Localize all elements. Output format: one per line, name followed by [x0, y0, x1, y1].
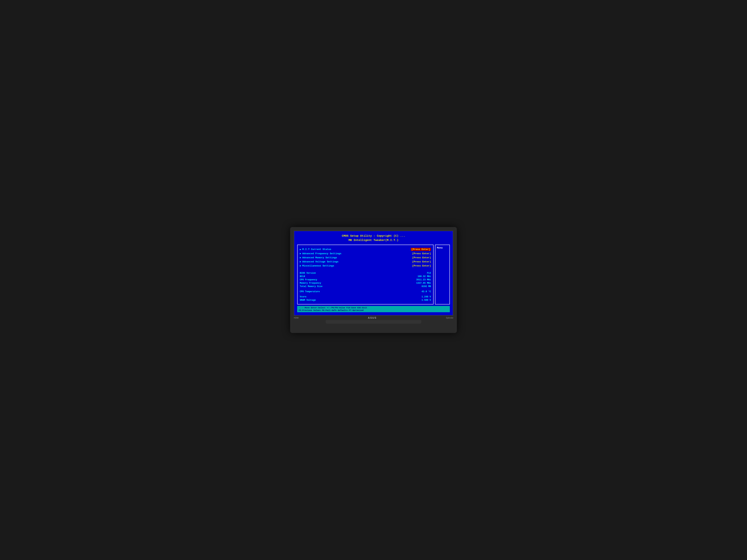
menu-item-label-4: ▶Miscellaneous Settings [300, 264, 334, 267]
status-line1: ↑↓→←:Move Enter:Select +/-/PU/PD:Value F… [299, 307, 367, 309]
info-value-0: F13 [427, 272, 431, 274]
menu-item-label-3: ▶Advanced Voltage Settings [300, 260, 338, 263]
menu-item-text-2: Advanced Memory Settings [302, 256, 337, 259]
menu-item-label-0: ▶M.I.T Current Status [300, 248, 331, 251]
menu-item-label-1: ▶Advanced Frequency Settings [300, 252, 341, 255]
menu-item-value-0: [Press Enter] [411, 248, 431, 251]
menu-item-text-0: M.I.T Current Status [302, 248, 331, 251]
info-label-1: BCLK [300, 275, 337, 278]
arrow-icon: ▶ [300, 264, 301, 267]
menu-item-value-2: [Press Enter] [412, 256, 431, 259]
info-value-1: 100.32 MHz [418, 275, 431, 278]
info-row-6: CPU Temperature43.0 °C [300, 290, 431, 293]
hdmi-label: HDMI [294, 317, 299, 319]
menu-item-2[interactable]: ▶Advanced Memory Settings[Press Enter] [300, 256, 431, 260]
info-row-3: Memory Frequency1337.65 MHz [300, 282, 431, 285]
info-spacer-7 [300, 293, 431, 295]
menu-item-text-4: Miscellaneous Settings [302, 264, 334, 267]
bios-screen: CMOS Setup Utility - Copyright (C) ... M… [294, 231, 453, 316]
arrow-icon: ▶ [300, 260, 301, 263]
menu-item-value-1: [Press Enter] [412, 252, 431, 255]
monitor-frame: CMOS Setup Utility - Copyright (C) ... M… [290, 227, 457, 333]
info-value-3: 1337.65 MHz [416, 282, 431, 285]
left-panel: ▶M.I.T Current Status[Press Enter]▶Advan… [297, 245, 434, 304]
menu-item-text-3: Advanced Voltage Settings [302, 260, 338, 263]
menu-item-text-1: Advanced Frequency Settings [302, 252, 341, 255]
info-section: BIOS VersionF13BCLK100.32 MHzCPU Frequen… [300, 271, 431, 302]
menu-item-label-2: ▶Advanced Memory Settings [300, 256, 337, 259]
status-row-2: F5:Previous Values F6:Fail-Safe Defaults… [299, 309, 448, 312]
arrow-icon: ▶ [300, 256, 301, 259]
info-row-4: Total Memory Size8192 MB [300, 285, 431, 288]
menu-item-4[interactable]: ▶Miscellaneous Settings[Press Enter] [300, 264, 431, 268]
status-row-1: ↑↓→←:Move Enter:Select +/-/PU/PD:Value F… [299, 307, 448, 309]
info-label-2: CPU Frequency [300, 278, 337, 281]
info-value-2: 3511.23 MHz [416, 278, 431, 281]
brand-bar: HDMI ASUS Splendid [294, 316, 453, 320]
status-bar: ↑↓→←:Move Enter:Select +/-/PU/PD:Value F… [297, 306, 450, 312]
menu-item-value-4: [Press Enter] [412, 264, 431, 267]
info-spacer-5 [300, 288, 431, 290]
info-label-3: Memory Frequency [300, 282, 337, 285]
monitor-stand [326, 320, 421, 324]
menu-items: ▶M.I.T Current Status[Press Enter]▶Advan… [300, 247, 431, 268]
right-panel: Menu [435, 245, 450, 304]
info-row-8: Vcore1.248 V [300, 295, 431, 298]
title-line1: CMOS Setup Utility - Copyright (C) ... [297, 234, 450, 238]
info-label-6: CPU Temperature [300, 290, 337, 293]
arrow-icon: ▶ [300, 248, 301, 251]
info-value-4: 8192 MB [422, 285, 431, 288]
info-row-1: BCLK100.32 MHz [300, 275, 431, 278]
menu-item-value-3: [Press Enter] [412, 260, 431, 263]
arrow-icon: ▶ [300, 252, 301, 255]
menu-item-0[interactable]: ▶M.I.T Current Status[Press Enter] [300, 247, 431, 251]
info-label-9: DRAM Voltage [300, 299, 337, 301]
right-panel-title: Menu [437, 246, 448, 249]
asus-label: ASUS [368, 316, 377, 319]
info-label-0: BIOS Version [300, 272, 337, 274]
menu-item-1[interactable]: ▶Advanced Frequency Settings[Press Enter… [300, 251, 431, 256]
info-value-9: 1.500 V [422, 299, 431, 301]
title-line2: MB Intelligent Tweaker(M.I.T.) [297, 238, 450, 243]
info-row-0: BIOS VersionF13 [300, 271, 431, 275]
status-line2: F5:Previous Values F6:Fail-Safe Defaults… [299, 309, 363, 312]
splendid-label: Splendid [446, 317, 453, 319]
info-label-4: Total Memory Size [300, 285, 337, 288]
info-value-8: 1.248 V [422, 296, 431, 298]
main-area: ▶M.I.T Current Status[Press Enter]▶Advan… [297, 245, 450, 304]
title-bar: CMOS Setup Utility - Copyright (C) ... M… [297, 234, 450, 242]
info-label-8: Vcore [300, 296, 337, 298]
info-value-6: 43.0 °C [422, 290, 431, 293]
menu-item-3[interactable]: ▶Advanced Voltage Settings[Press Enter] [300, 260, 431, 264]
info-row-2: CPU Frequency3511.23 MHz [300, 278, 431, 282]
info-row-9: DRAM Voltage1.500 V [300, 298, 431, 302]
